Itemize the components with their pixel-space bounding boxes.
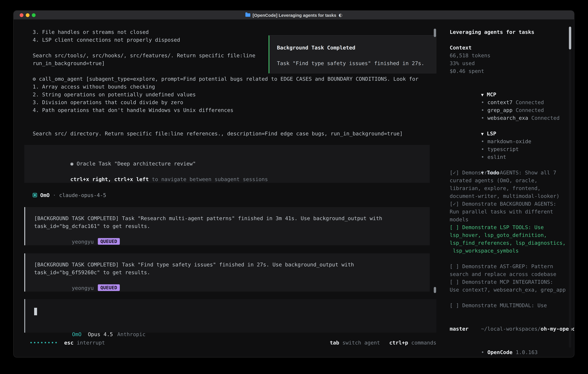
text-cursor [34, 308, 37, 315]
context-tokens: 66,518 tokens [450, 52, 574, 59]
bullet-icon: • [481, 114, 487, 122]
queued-badge: QUEUED [98, 284, 120, 291]
oracle-task-box: ◉Oracle Task "Deep architecture review" … [24, 145, 430, 183]
sidebar-scrollbar[interactable] [569, 27, 571, 348]
app-name: OpenCode [487, 349, 513, 355]
scrollbar-thumb-top[interactable] [434, 29, 436, 37]
zoom-button[interactable] [32, 13, 36, 17]
model-provider: Anthropic [117, 331, 146, 337]
window-title-text: [OpenCode] Leveraging agents for tasks [253, 13, 336, 18]
toast-body: Task "Find type safety issues" finished … [277, 59, 429, 67]
activity-indicator-icon: ◐ [338, 12, 342, 18]
queued-badge: QUEUED [98, 238, 120, 245]
message-card: [BACKGROUND TASK COMPLETED] Task "Find t… [24, 253, 430, 291]
message-meta-row: yeongyuQUEUED [34, 276, 421, 284]
terminal-main: 3. File handles or streams not closed 4.… [24, 20, 439, 357]
oracle-task-title-row: ◉Oracle Task "Deep architecture review" [33, 152, 421, 160]
todo-item-background-agents: [✓] Demonstrate BACKGROUND AGENTS: Run p… [450, 200, 574, 223]
message-card: [BACKGROUND TASK COMPLETED] Task "Resear… [24, 207, 430, 245]
bullet-icon: • [481, 153, 487, 161]
chevron-down-icon: ▼ [481, 92, 484, 97]
commands-key-label: commands [411, 340, 436, 346]
close-button[interactable] [20, 13, 23, 17]
bullet-icon: • [481, 348, 487, 356]
terminal-window: [OpenCode] Leveraging agents for tasks ◐… [14, 11, 574, 357]
esc-key-hint: esc [64, 340, 74, 346]
status-bar: •••••••• esc interrupt tab switch agent … [30, 339, 436, 346]
message-task-id: task_id="bg_6f59260c" to get results. [34, 269, 421, 276]
workspace-path: ~/local-workspaces/oh-my-opencode: [450, 317, 574, 325]
navigation-hint: ctrl+x right, ctrl+x left to navigate be… [33, 167, 421, 175]
tab-key-label: switch agent [342, 340, 380, 346]
notification-toast[interactable]: Background Task Completed Task "Find typ… [269, 35, 436, 73]
toast-spacer [277, 52, 429, 59]
message-author: yeongyu [72, 285, 94, 291]
esc-key-label: interrupt [77, 340, 105, 346]
version-number: 1.0.163 [516, 349, 538, 355]
status-right: tab switch agent ctrl+p commands [330, 340, 436, 346]
message-meta-row: yeongyuQUEUED [34, 230, 421, 238]
message-text: [BACKGROUND TASK COMPLETED] Task "Find t… [34, 261, 421, 269]
sidebar: Leveraging agents for tasks Context 66,5… [444, 20, 574, 357]
todo-item-multimodal: [ ] Demonstrate MULTIMODAL: Use [450, 301, 574, 309]
model-short-name: OmO [72, 331, 82, 337]
minimize-button[interactable] [26, 13, 30, 17]
agent-model: claude-opus-4-5 [59, 192, 106, 198]
oracle-task-title: Oracle Task "Deep architecture review" [77, 161, 196, 166]
session-title: Leveraging agents for tasks [450, 28, 574, 36]
prompt-input[interactable]: OmOOpus 4.5Anthropic [24, 299, 436, 333]
message-task-id: task_id="bg_dcfac161" to get results. [34, 222, 421, 230]
chevron-down-icon: ▼ [481, 131, 484, 136]
context-heading: Context [450, 44, 574, 52]
navigation-hint-keys: ctrl+x right, ctrl+x left [70, 176, 149, 182]
todo-item-ast-grep: [ ] Demonstrate AST-GREP: Pattern search… [450, 262, 574, 278]
scrollbar-thumb-bottom[interactable] [434, 287, 436, 293]
context-spent: $0.46 spent [450, 67, 574, 75]
bullet-icon: • [481, 137, 487, 145]
context-used: 33% used [450, 59, 574, 67]
tab-key-hint: tab [330, 340, 339, 346]
toast-title: Background Task Completed [277, 44, 429, 52]
model-name: Opus 4.5 [88, 331, 113, 337]
titlebar[interactable]: [OpenCode] Leveraging agents for tasks ◐ [14, 11, 574, 20]
bullet-icon: • [481, 145, 487, 153]
opencode-version: •OpenCode1.0.163 [450, 341, 574, 348]
oracle-task-icon: ◉ [70, 161, 74, 166]
agent-header: OmO · claude-opus-4-5 [33, 191, 106, 199]
commands-key-hint: ctrl+p [389, 340, 408, 346]
omo-agent-icon [33, 193, 37, 197]
todo-item-mcp-integrations: [ ] Demonstrate MCP INTEGRATIONS: Use co… [450, 278, 574, 294]
window-title: [OpenCode] Leveraging agents for tasks ◐ [245, 12, 342, 18]
agent-separator: · [53, 192, 56, 198]
spinner-dots: •••••••• [30, 340, 58, 346]
desktop: [OpenCode] Leveraging agents for tasks ◐… [0, 0, 588, 374]
window-content: 3. File handles or streams not closed 4.… [14, 20, 574, 357]
status-left: •••••••• esc interrupt [30, 340, 105, 346]
main-scrollbar[interactable] [434, 20, 436, 357]
model-indicator: OmOOpus 4.5Anthropic [34, 322, 146, 330]
bullet-icon: • [481, 106, 487, 114]
navigation-hint-text: to navigate between subagent sessions [149, 176, 268, 182]
message-author: yeongyu [72, 239, 94, 245]
mcp-section-heading[interactable]: ▼MCP [450, 83, 574, 91]
traffic-lights [20, 13, 36, 17]
sidebar-scrollbar-thumb[interactable] [569, 27, 571, 50]
agent-name: OmO [40, 192, 50, 198]
folder-icon [245, 13, 250, 17]
todo-item-lsp-tools: [ ] Demonstrate LSP TOOLS: Use lsp_hover… [450, 223, 574, 255]
bullet-icon: • [481, 98, 487, 106]
todo-item-agents: [✓] Demonstrate AGENTS: Show all 7 curat… [450, 169, 574, 200]
message-text: [BACKGROUND TASK COMPLETED] Task "Resear… [34, 214, 421, 222]
